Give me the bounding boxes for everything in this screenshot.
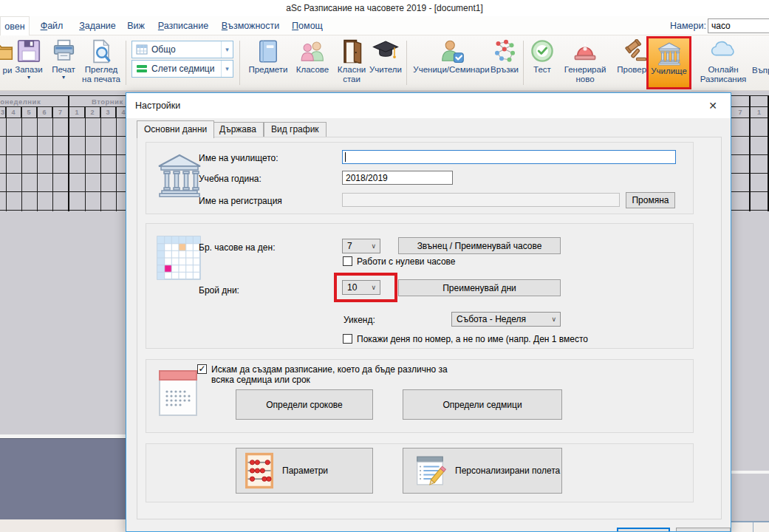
menu-item-options[interactable]: Възможности: [217, 16, 284, 35]
menu-item-view[interactable]: Виж: [124, 16, 148, 35]
school-year-input[interactable]: [342, 171, 453, 185]
toolbar-online-label: Онлайн: [708, 65, 738, 74]
menu-item-timetable[interactable]: Разписание: [154, 16, 213, 35]
school-year-label: Учебна година:: [199, 174, 262, 184]
settings-dialog: Настройки ✕ Основни данни Държава Вид гр…: [126, 92, 731, 532]
zero-periods-checkbox[interactable]: Работи с нулеви часове: [343, 256, 456, 267]
toolbar-classrooms-button[interactable]: Класни стаи: [334, 38, 369, 89]
toolbar-questions-button[interactable]: Въпр: [752, 38, 769, 89]
find-input[interactable]: [708, 18, 769, 33]
day-header-monday: Понеделник: [0, 96, 68, 107]
weeks-mode-combobox[interactable]: Слети седмици ▾: [131, 60, 233, 78]
view-mode-value: Общо: [151, 44, 176, 55]
tab-schedule-type[interactable]: Вид график: [264, 122, 327, 137]
toolbar-separator: [523, 41, 524, 85]
toolbar-test-label: Тест: [533, 65, 551, 74]
dropdown-arrow-icon: ▾: [47, 75, 80, 81]
siren-icon: [558, 38, 612, 65]
toolbar-generate-button[interactable]: Генерирай ново: [558, 38, 612, 89]
toolbar-classrooms-label: Класни: [338, 65, 366, 74]
background-bottom-cells: [731, 521, 769, 532]
toolbar-separator: [239, 41, 240, 85]
toolbar-save-button[interactable]: Запази ▾: [10, 38, 47, 89]
weekend-label: Уикенд:: [344, 315, 375, 325]
toolbar-students-button[interactable]: Ученици/Семинари: [411, 38, 492, 89]
define-weeks-button[interactable]: Определи седмици: [403, 389, 562, 420]
menu-item-file[interactable]: Файл: [38, 16, 65, 35]
toolbar-links-button[interactable]: Връзки: [488, 38, 522, 89]
school-bank-icon: [649, 38, 689, 66]
toolbar-classes-button[interactable]: Класове: [291, 38, 334, 89]
test-check-badge-icon: [526, 38, 558, 65]
cloud-icon: [694, 38, 752, 65]
abacus-icon: [245, 452, 273, 489]
parameters-button[interactable]: Параметри: [236, 448, 373, 494]
combo-arrow-icon: ▾: [221, 41, 233, 58]
checkbox-box[interactable]: [343, 334, 352, 344]
toolbar-teachers-button[interactable]: Учители: [368, 38, 403, 89]
periods-per-day-value: 7: [347, 241, 352, 251]
toolbar-online-button[interactable]: Онлайн Разписания: [694, 38, 752, 89]
change-registration-button[interactable]: Промяна: [626, 192, 675, 208]
custom-fields-button[interactable]: Персонализирани полета: [403, 448, 562, 494]
timetable-grid-left: Понеделник Вторник 3 4 5 6 7 1 2 3 4 5: [0, 95, 126, 211]
toolbar-teachers-label: Учители: [369, 65, 402, 74]
chevron-down-icon: ∨: [551, 316, 556, 323]
background-divider-right: [731, 471, 769, 474]
close-icon[interactable]: ✕: [705, 98, 720, 113]
toolbar-print-label: Печат: [52, 65, 75, 74]
checkbox-box-checked[interactable]: ✓: [197, 364, 207, 374]
links-network-icon: [488, 38, 522, 65]
multi-week-checkbox[interactable]: ✓ Искам да създам разписание, което да б…: [197, 364, 463, 385]
toolbar-questions-label: Въпр: [752, 66, 769, 75]
day-number-checkbox[interactable]: Покажи деня по номер, а не по име (напр.…: [343, 334, 674, 344]
graduation-cap-icon: [368, 38, 403, 65]
ok-button-partial[interactable]: [617, 528, 670, 532]
school-name-label: Име на училището:: [199, 153, 278, 163]
days-select-highlight-box: [334, 273, 397, 302]
toolbar-subjects-button[interactable]: Предмети: [245, 38, 291, 89]
toolbar-school-button-highlighted[interactable]: Училище: [646, 36, 691, 89]
weekend-value: Събота - Неделя: [457, 314, 526, 324]
school-name-input[interactable]: [342, 150, 676, 164]
combo-arrow-icon: ▾: [221, 61, 233, 77]
view-mode-combobox[interactable]: Общо ▾: [131, 41, 233, 58]
toolbar-school-label: Училище: [651, 66, 687, 75]
menu-item-assignment[interactable]: Задание: [75, 16, 120, 35]
timetable-grid-right: 7 1: [731, 95, 769, 211]
dropdown-arrow-icon: ▾: [10, 75, 47, 81]
calendar-dots-icon: [156, 369, 200, 420]
toolbar-print-button[interactable]: Печат ▾: [47, 38, 80, 89]
background-dark-panel: [0, 438, 126, 519]
student-check-icon: [411, 38, 492, 65]
tab-country[interactable]: Държава: [212, 122, 264, 137]
menu-item-help[interactable]: Помощ: [288, 16, 327, 35]
background-bottom-strip: [0, 519, 126, 532]
toolbar-test-button[interactable]: Тест: [526, 38, 558, 89]
weekend-select[interactable]: Събота - Неделя ∨: [451, 312, 561, 327]
cancel-button-partial[interactable]: [676, 528, 731, 532]
registration-name-input: [342, 193, 620, 207]
toolbar-preview-label: Преглед: [85, 65, 118, 74]
merged-weeks-icon: [136, 64, 148, 74]
toolbar-separator: [406, 41, 407, 85]
calendar-grid-icon: [156, 235, 202, 284]
day-header-tuesday: Вторник: [92, 96, 123, 107]
menu-bar: овен Файл Задание Виж Разписание Възможн…: [0, 16, 769, 35]
periods-per-day-label: Бр. часове на ден:: [199, 242, 275, 253]
periods-per-day-select[interactable]: 7 ∨: [342, 239, 380, 253]
dialog-title-bar: Настройки ✕: [126, 93, 731, 118]
period-numbers-row: 3 4 5 6 7 1 2 3 4 5: [0, 107, 126, 118]
checkbox-box[interactable]: [343, 256, 352, 266]
multi-week-label: Искам да създам разписание, което да бъд…: [211, 364, 463, 385]
door-icon: [334, 38, 369, 65]
menu-item-main[interactable]: овен: [0, 16, 30, 35]
define-terms-button[interactable]: Определи срокове: [236, 389, 373, 420]
rename-days-button[interactable]: Преименувай дни: [398, 279, 561, 296]
tab-basic-data[interactable]: Основни данни: [137, 120, 214, 138]
toolbar-print-preview-button[interactable]: Преглед на печата: [80, 38, 123, 89]
chevron-down-icon: ∨: [371, 242, 376, 250]
dialog-title: Настройки: [135, 93, 180, 118]
bell-rename-periods-button[interactable]: Звънец / Преименувай часове: [398, 237, 561, 254]
toolbar-students-label: Ученици/Семинари: [413, 65, 489, 74]
